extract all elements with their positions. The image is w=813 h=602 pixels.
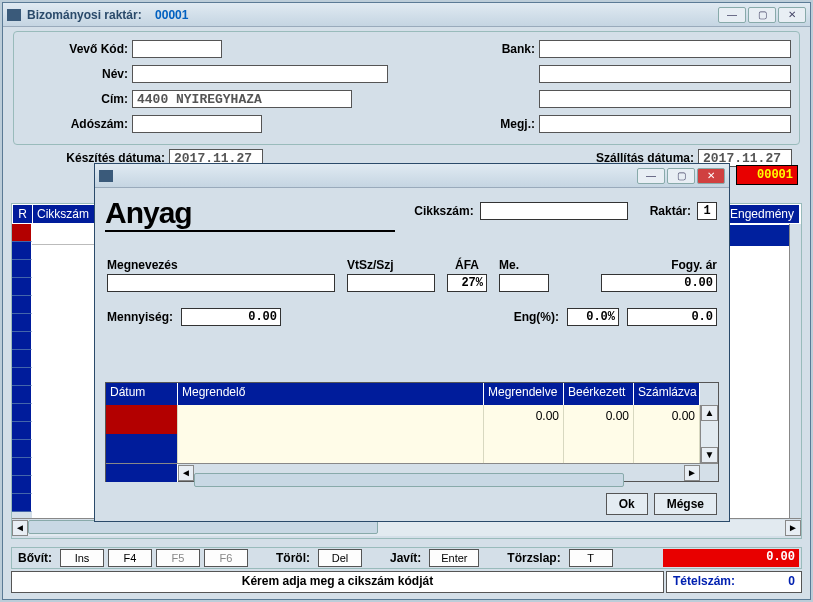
mg-cell-beerkezett[interactable]: 0.00 [564, 405, 634, 434]
del-button[interactable]: Del [318, 549, 362, 567]
megj-label: Megj.: [479, 117, 539, 131]
enter-button[interactable]: Enter [429, 549, 479, 567]
mennyiseg-label: Mennyiség: [107, 310, 173, 324]
mg-hscroll-right[interactable]: ► [684, 465, 700, 481]
mgcol-szamlazva[interactable]: Számlázva [634, 383, 700, 405]
mg-cell-megrendelve[interactable]: 0.00 [484, 405, 564, 434]
col-cikkszam[interactable]: Cikkszám [33, 205, 95, 223]
raktar-input[interactable] [697, 202, 717, 220]
javit-label: Javít: [386, 551, 425, 565]
cikkszam-input[interactable] [480, 202, 628, 220]
mg-cell-beerkezett-1[interactable] [564, 434, 634, 463]
mg-hscroll[interactable]: ◄ ► [106, 463, 718, 481]
window-controls: — ▢ ✕ [718, 7, 806, 23]
bank-input-1[interactable] [539, 40, 791, 58]
title-suffix: 00001 [155, 8, 188, 22]
cikkszam-label: Cikkszám: [414, 204, 473, 218]
modal-titlebar: — ▢ ✕ [95, 164, 729, 188]
mg-row-0[interactable]: 0.00 0.00 0.00 [106, 405, 700, 434]
adoszam-label: Adószám: [22, 117, 132, 131]
mg-hscroll-left[interactable]: ◄ [178, 465, 194, 481]
modal-row-1: Megnevezés VtSz/Szj ÁFA Me. Fogy. ár [107, 258, 717, 292]
mgcol-datum[interactable]: Dátum [106, 383, 178, 405]
f5-button[interactable]: F5 [156, 549, 200, 567]
ins-button[interactable]: Ins [60, 549, 104, 567]
adoszam-input[interactable] [132, 115, 262, 133]
f4-button[interactable]: F4 [108, 549, 152, 567]
mg-cell-datum[interactable] [106, 405, 178, 434]
mg-hscroll-thumb[interactable] [194, 473, 624, 487]
anyag-dialog: — ▢ ✕ Anyag Cikkszám: Raktár: Megnevezés… [94, 163, 730, 522]
cim-input[interactable] [132, 90, 352, 108]
megj-input[interactable] [539, 115, 791, 133]
grid-row-markers [12, 224, 32, 518]
hscroll-left-arrow[interactable]: ◄ [12, 520, 28, 536]
afa-label: ÁFA [447, 258, 487, 272]
modal-row-2: Mennyiség: Eng(%): [107, 308, 717, 326]
modal-body: Anyag Cikkszám: Raktár: Megnevezés VtSz/… [95, 188, 729, 521]
nev-label: Név: [22, 67, 132, 81]
mg-vscroll-track[interactable] [701, 421, 718, 447]
total-value: 0.00 [663, 549, 799, 567]
mg-row-1[interactable] [106, 434, 700, 463]
eng-pct-input[interactable] [567, 308, 619, 326]
mg-scroll-corner [700, 383, 718, 405]
modal-buttons: Ok Mégse [606, 493, 717, 515]
me-label: Me. [499, 258, 549, 272]
afa-input[interactable] [447, 274, 487, 292]
fogyar-label: Fogy. ár [671, 258, 717, 272]
modal-grid: Dátum Megrendelő Megrendelve Beérkezett … [105, 382, 719, 482]
vtsz-input[interactable] [347, 274, 435, 292]
t-button[interactable]: T [569, 549, 613, 567]
modal-window-controls: — ▢ ✕ [637, 168, 725, 184]
mg-vscroll-up[interactable]: ▲ [701, 405, 718, 421]
hscroll-right-arrow[interactable]: ► [785, 520, 801, 536]
cim-label: Cím: [22, 92, 132, 106]
mennyiseg-input[interactable] [181, 308, 281, 326]
col-r[interactable]: R [13, 205, 33, 223]
mgcol-megrendelve[interactable]: Megrendelve [484, 383, 564, 405]
ok-button[interactable]: Ok [606, 493, 648, 515]
bank-label: Bank: [479, 42, 539, 56]
fogyar-input[interactable] [601, 274, 717, 292]
close-button[interactable]: ✕ [778, 7, 806, 23]
bank-input-2[interactable] [539, 65, 791, 83]
megnevezes-label: Megnevezés [107, 258, 335, 272]
mg-vscroll[interactable]: ▲ ▼ [700, 405, 718, 463]
eng-val-input[interactable] [627, 308, 717, 326]
modal-maximize-button[interactable]: ▢ [667, 168, 695, 184]
f6-button[interactable]: F6 [204, 549, 248, 567]
mg-vscroll-down[interactable]: ▼ [701, 447, 718, 463]
red-strip: 00001 [736, 165, 798, 185]
mgcol-beerkezett[interactable]: Beérkezett [564, 383, 634, 405]
bank-input-3[interactable] [539, 90, 791, 108]
bovit-label: Bővít: [14, 551, 56, 565]
modal-close-button[interactable]: ✕ [697, 168, 725, 184]
tetel-value: 0 [788, 574, 795, 590]
mg-cell-megrendelo[interactable] [178, 405, 484, 434]
maximize-button[interactable]: ▢ [748, 7, 776, 23]
grid-vscroll[interactable] [789, 224, 801, 518]
modal-grid-rows[interactable]: 0.00 0.00 0.00 [106, 405, 700, 463]
window-title: Bizományosi raktár: 00001 [27, 8, 718, 22]
title-text: Bizományosi raktár: [27, 8, 142, 22]
col-engedmeny[interactable]: Engedmény [726, 205, 800, 223]
window-icon [7, 9, 21, 21]
modal-minimize-button[interactable]: — [637, 168, 665, 184]
minimize-button[interactable]: — [718, 7, 746, 23]
me-input[interactable] [499, 274, 549, 292]
mg-cell-szamlazva-1[interactable] [634, 434, 700, 463]
tetel-label: Tételszám: [673, 574, 735, 590]
mgcol-megrendelo[interactable]: Megrendelő [178, 383, 484, 405]
mg-cell-megrendelve-1[interactable] [484, 434, 564, 463]
mg-cell-megrendelo-1[interactable] [178, 434, 484, 463]
mg-cell-datum-1[interactable] [106, 434, 178, 463]
mg-hscroll-leftpad [106, 464, 178, 482]
vevo-kod-input[interactable] [132, 40, 222, 58]
nev-input[interactable] [132, 65, 388, 83]
cancel-button[interactable]: Mégse [654, 493, 717, 515]
status-count: Tételszám: 0 [666, 571, 802, 593]
modal-heading: Anyag [105, 196, 395, 232]
mg-cell-szamlazva[interactable]: 0.00 [634, 405, 700, 434]
megnevezes-input[interactable] [107, 274, 335, 292]
